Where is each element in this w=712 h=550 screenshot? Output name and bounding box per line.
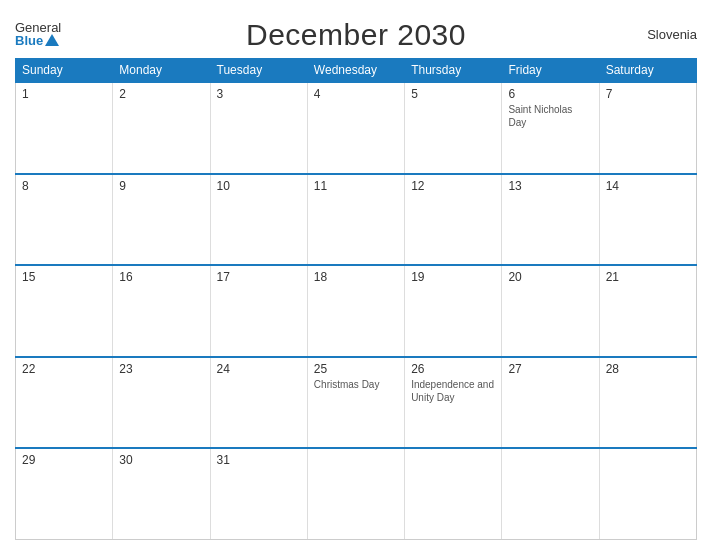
day-number: 1	[22, 87, 106, 101]
calendar-week-row: 22232425Christmas Day26Independence and …	[16, 357, 697, 449]
calendar-cell: 6Saint Nicholas Day	[502, 82, 599, 174]
calendar-cell: 10	[210, 174, 307, 266]
day-number: 9	[119, 179, 203, 193]
day-number: 28	[606, 362, 690, 376]
calendar-cell: 1	[16, 82, 113, 174]
day-number: 22	[22, 362, 106, 376]
calendar-week-row: 15161718192021	[16, 265, 697, 357]
calendar-cell	[307, 448, 404, 540]
country-label: Slovenia	[647, 27, 697, 42]
calendar-cell	[405, 448, 502, 540]
weekday-header: Wednesday	[307, 59, 404, 83]
calendar-cell: 16	[113, 265, 210, 357]
day-number: 17	[217, 270, 301, 284]
calendar-cell: 20	[502, 265, 599, 357]
day-number: 21	[606, 270, 690, 284]
weekday-header: Friday	[502, 59, 599, 83]
calendar-body: 123456Saint Nicholas Day7891011121314151…	[16, 82, 697, 540]
day-number: 25	[314, 362, 398, 376]
day-number: 6	[508, 87, 592, 101]
calendar-cell: 15	[16, 265, 113, 357]
calendar-title: December 2030	[246, 18, 466, 52]
calendar-cell: 26Independence and Unity Day	[405, 357, 502, 449]
logo: General Blue	[15, 21, 61, 47]
day-number: 30	[119, 453, 203, 467]
calendar-cell: 27	[502, 357, 599, 449]
calendar-cell: 22	[16, 357, 113, 449]
calendar-week-row: 891011121314	[16, 174, 697, 266]
calendar-cell: 7	[599, 82, 696, 174]
day-number: 11	[314, 179, 398, 193]
day-number: 19	[411, 270, 495, 284]
day-number: 18	[314, 270, 398, 284]
calendar-cell: 5	[405, 82, 502, 174]
weekday-header: Sunday	[16, 59, 113, 83]
calendar-cell: 25Christmas Day	[307, 357, 404, 449]
calendar-cell: 31	[210, 448, 307, 540]
calendar-table: SundayMondayTuesdayWednesdayThursdayFrid…	[15, 58, 697, 540]
day-number: 15	[22, 270, 106, 284]
day-number: 31	[217, 453, 301, 467]
calendar-cell: 2	[113, 82, 210, 174]
day-number: 14	[606, 179, 690, 193]
day-number: 7	[606, 87, 690, 101]
weekday-header: Monday	[113, 59, 210, 83]
day-number: 10	[217, 179, 301, 193]
logo-blue-text: Blue	[15, 34, 61, 47]
calendar-cell: 11	[307, 174, 404, 266]
holiday-label: Christmas Day	[314, 378, 398, 391]
calendar-cell: 18	[307, 265, 404, 357]
calendar-week-row: 123456Saint Nicholas Day7	[16, 82, 697, 174]
calendar-cell	[599, 448, 696, 540]
calendar-cell: 19	[405, 265, 502, 357]
calendar-cell: 24	[210, 357, 307, 449]
day-number: 27	[508, 362, 592, 376]
calendar-cell: 13	[502, 174, 599, 266]
holiday-label: Saint Nicholas Day	[508, 103, 592, 129]
day-number: 24	[217, 362, 301, 376]
calendar-cell: 3	[210, 82, 307, 174]
calendar-week-row: 293031	[16, 448, 697, 540]
holiday-label: Independence and Unity Day	[411, 378, 495, 404]
day-number: 4	[314, 87, 398, 101]
calendar-cell: 23	[113, 357, 210, 449]
weekday-header-row: SundayMondayTuesdayWednesdayThursdayFrid…	[16, 59, 697, 83]
day-number: 13	[508, 179, 592, 193]
day-number: 8	[22, 179, 106, 193]
calendar-cell: 14	[599, 174, 696, 266]
calendar-cell: 8	[16, 174, 113, 266]
day-number: 16	[119, 270, 203, 284]
day-number: 23	[119, 362, 203, 376]
day-number: 20	[508, 270, 592, 284]
day-number: 12	[411, 179, 495, 193]
calendar-cell: 30	[113, 448, 210, 540]
calendar-cell	[502, 448, 599, 540]
weekday-header: Thursday	[405, 59, 502, 83]
weekday-header: Tuesday	[210, 59, 307, 83]
calendar-cell: 12	[405, 174, 502, 266]
calendar-header: General Blue December 2030 Slovenia	[15, 10, 697, 58]
weekday-header: Saturday	[599, 59, 696, 83]
day-number: 29	[22, 453, 106, 467]
day-number: 2	[119, 87, 203, 101]
day-number: 5	[411, 87, 495, 101]
calendar-cell: 17	[210, 265, 307, 357]
calendar-cell: 21	[599, 265, 696, 357]
logo-triangle-icon	[45, 34, 59, 46]
calendar-cell: 4	[307, 82, 404, 174]
day-number: 26	[411, 362, 495, 376]
calendar-cell: 9	[113, 174, 210, 266]
day-number: 3	[217, 87, 301, 101]
calendar-cell: 29	[16, 448, 113, 540]
calendar-cell: 28	[599, 357, 696, 449]
